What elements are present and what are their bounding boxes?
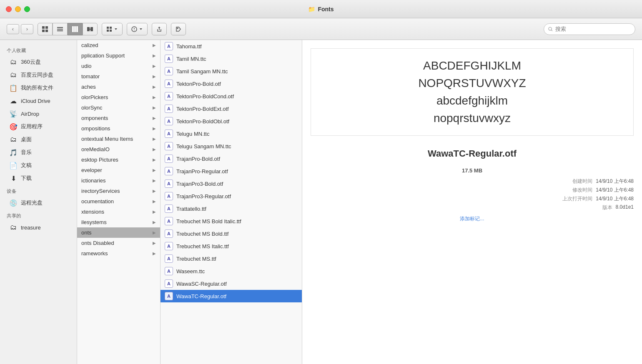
view-list-button[interactable] xyxy=(53,23,68,35)
sidebar-item-treasure[interactable]: 🗂 treasure xyxy=(3,221,74,234)
font-name-label: Tahoma.ttf xyxy=(176,43,202,50)
font-type-icon: A xyxy=(165,55,173,63)
svg-rect-9 xyxy=(76,26,78,32)
column-item[interactable]: onts Disabled▶ xyxy=(77,238,160,248)
sidebar-item-icloud[interactable]: ☁ iCloud Drive xyxy=(3,95,74,107)
sidebar-item-music[interactable]: 🎵 音乐 xyxy=(3,146,74,159)
main-content: 个人收藏 🗂 360云盘 🗂 百度云同步盘 📋 我的所有文件 ☁ iCloud … xyxy=(0,40,642,364)
tag-button[interactable] xyxy=(171,23,186,35)
font-list-item[interactable]: ATrajanPro-Regular.otf xyxy=(160,165,302,177)
action-button[interactable] xyxy=(127,23,148,35)
font-list-item[interactable]: ATamil MN.ttc xyxy=(160,52,302,65)
alphabet-upper1: ABCDEFGHIJKLM xyxy=(324,57,621,75)
column-item[interactable]: omponents▶ xyxy=(77,113,160,123)
column-item[interactable]: ompositions▶ xyxy=(77,123,160,134)
sidebar-item-downloads[interactable]: ⬇ 下载 xyxy=(3,172,74,184)
sidebar-item-airdrop[interactable]: 📡 AirDrop xyxy=(3,107,74,120)
font-name-label: Trattatello.ttf xyxy=(176,206,206,212)
search-input[interactable] xyxy=(555,26,631,32)
sidebar-item-label: 360云盘 xyxy=(21,58,41,66)
font-list-item[interactable]: ATrebuchet MS Bold Italic.ttf xyxy=(160,215,302,227)
svg-rect-15 xyxy=(107,30,109,32)
column-item[interactable]: tomator▶ xyxy=(77,71,160,82)
column-item[interactable]: xtensions▶ xyxy=(77,207,160,217)
column-item[interactable]: oreMediaIO▶ xyxy=(77,144,160,155)
font-type-icon: A xyxy=(165,167,173,175)
file-size: 17.5 MB xyxy=(462,167,482,174)
sidebar-item-360cloud[interactable]: 🗂 360云盘 xyxy=(3,56,74,68)
font-list-item[interactable]: AWaseem.ttc xyxy=(160,265,302,277)
forward-button[interactable]: › xyxy=(21,24,33,34)
column-item[interactable]: aches▶ xyxy=(77,82,160,92)
created-value: 14/9/10 上午6:48 xyxy=(596,178,634,185)
font-list-item[interactable]: ATrajanPro-Bold.otf xyxy=(160,152,302,165)
font-list-item[interactable]: ATrattatello.ttf xyxy=(160,202,302,215)
font-list-item[interactable]: ATrebuchet MS.ttf xyxy=(160,252,302,265)
font-type-icon: A xyxy=(165,217,173,225)
font-list-item[interactable]: ATektonPro-BoldCond.otf xyxy=(160,90,302,102)
svg-point-24 xyxy=(549,27,552,30)
sidebar-item-docs[interactable]: 📄 文稿 xyxy=(3,159,74,172)
font-list-item[interactable]: ATektonPro-BoldObl.otf xyxy=(160,115,302,127)
font-list-item[interactable]: ATektonPro-Bold.otf xyxy=(160,77,302,90)
sidebar-item-apps[interactable]: 🎯 应用程序 xyxy=(3,120,74,133)
view-coverflow-button[interactable] xyxy=(83,23,98,35)
font-name-label: Tamil Sangam MN.ttc xyxy=(176,68,228,75)
sidebar-item-label: iCloud Drive xyxy=(21,98,50,104)
column-item[interactable]: olorPickers▶ xyxy=(77,92,160,102)
column-item[interactable]: calized▶ xyxy=(77,40,160,50)
font-list-item[interactable]: ATrajanPro3-Bold.otf xyxy=(160,177,302,190)
column-item[interactable]: ictionaries▶ xyxy=(77,175,160,186)
column-item[interactable]: ilesystems▶ xyxy=(77,217,160,227)
version-row: 版本 8.0d1e1 xyxy=(311,204,634,211)
column-item[interactable]: esktop Pictures▶ xyxy=(77,155,160,165)
font-list-item[interactable]: ATrajanPro3-Regular.otf xyxy=(160,190,302,202)
font-list-item[interactable]: ATahoma.ttf xyxy=(160,40,302,52)
alphabet-upper2: NOPQRSTUVWXYZ xyxy=(324,75,621,92)
font-name-label: Trebuchet MS Bold Italic.ttf xyxy=(176,218,241,224)
font-list-item[interactable]: ATrebuchet MS Bold.ttf xyxy=(160,227,302,240)
add-tag-link[interactable]: 添加标记... xyxy=(460,215,484,222)
font-list-item[interactable]: ATrebuchet MS Italic.ttf xyxy=(160,240,302,252)
font-type-icon: A xyxy=(165,229,173,238)
font-list-item[interactable]: AWawaTC-Regular.otf xyxy=(160,290,302,302)
svg-point-23 xyxy=(177,28,178,29)
view-column-button[interactable] xyxy=(68,23,83,35)
font-list-item[interactable]: ATektonPro-BoldExt.otf xyxy=(160,102,302,115)
files-icon: 📋 xyxy=(9,84,18,92)
font-type-icon: A xyxy=(165,242,173,250)
sidebar-item-baiducloud[interactable]: 🗂 百度云同步盘 xyxy=(3,69,74,81)
column-item[interactable]: onts▶ xyxy=(77,227,160,238)
view-grid-button[interactable] xyxy=(38,23,53,35)
svg-rect-5 xyxy=(57,29,63,30)
maximize-button[interactable] xyxy=(24,6,30,12)
column-item[interactable]: pplication Support▶ xyxy=(77,50,160,61)
column-item[interactable]: ocumentation▶ xyxy=(77,196,160,207)
sidebar-item-desktop[interactable]: 🗂 桌面 xyxy=(3,133,74,146)
font-list-item[interactable]: AWawaSC-Regular.otf xyxy=(160,277,302,290)
back-button[interactable]: ‹ xyxy=(7,24,19,34)
svg-rect-1 xyxy=(45,26,48,29)
close-button[interactable] xyxy=(6,6,12,12)
font-list-item[interactable]: ATamil Sangam MN.ttc xyxy=(160,65,302,77)
font-type-icon: A xyxy=(165,155,173,163)
column-item[interactable]: eveloper▶ xyxy=(77,165,160,175)
column-item[interactable]: olorSync▶ xyxy=(77,102,160,113)
font-list-item[interactable]: ATelugu MN.ttc xyxy=(160,127,302,140)
arrange-button[interactable] xyxy=(102,23,123,35)
share-button[interactable] xyxy=(152,23,167,35)
font-type-icon: A xyxy=(165,67,173,75)
font-name-label: TektonPro-BoldObl.otf xyxy=(176,118,229,125)
column-item[interactable]: irectoryServices▶ xyxy=(77,186,160,196)
font-list-item[interactable]: ATelugu Sangam MN.ttc xyxy=(160,140,302,152)
sidebar-item-optical[interactable]: 💿 远程光盘 xyxy=(3,197,74,209)
minimize-button[interactable] xyxy=(15,6,21,12)
column-item[interactable]: ontextual Menu Items▶ xyxy=(77,134,160,144)
search-box[interactable] xyxy=(544,23,635,35)
svg-rect-4 xyxy=(57,27,63,28)
column-item[interactable]: udio▶ xyxy=(77,61,160,71)
sidebar-item-allfiles[interactable]: 📋 我的所有文件 xyxy=(3,82,74,94)
column-item[interactable]: rameworks▶ xyxy=(77,248,160,259)
svg-rect-14 xyxy=(110,27,112,29)
font-name-label: WawaTC-Regular.otf xyxy=(176,293,226,299)
